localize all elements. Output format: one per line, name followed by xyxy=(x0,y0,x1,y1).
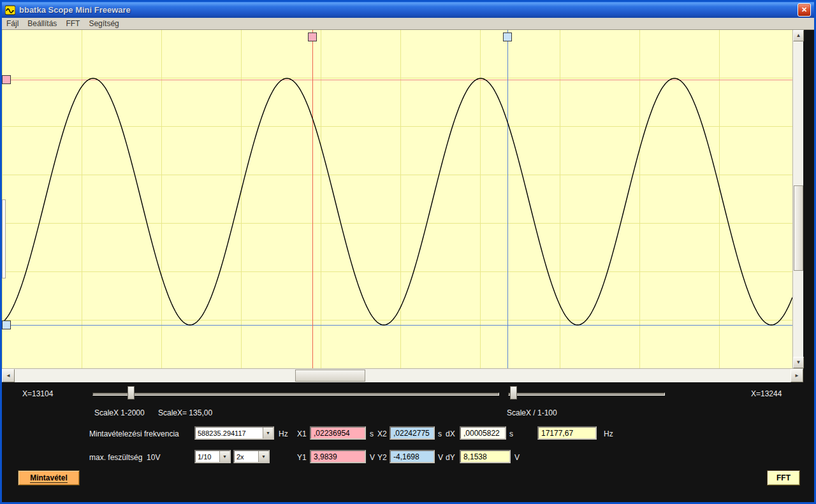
scalex-fine-trackbar[interactable] xyxy=(508,392,665,396)
arrow-left-icon: ◄ xyxy=(6,373,11,378)
y1-unit-label: V xyxy=(370,453,375,462)
scroll-down-button[interactable]: ▼ xyxy=(793,357,804,368)
x2-unit-label: s xyxy=(438,429,442,438)
y1-label: Y1 xyxy=(297,453,307,462)
menu-item-beallitas[interactable]: Beállítás xyxy=(23,18,61,29)
arrow-right-icon: ► xyxy=(794,373,799,378)
y1-field[interactable]: 3,9839 xyxy=(310,450,366,463)
close-icon: ✕ xyxy=(801,6,807,14)
fft-button-label: FFT xyxy=(776,473,790,482)
sample-button-label: Mintavétel xyxy=(30,473,68,483)
chevron-down-icon: ▼ xyxy=(266,431,270,435)
scalex-trackbar[interactable] xyxy=(92,392,499,396)
y2-unit-label: V xyxy=(438,453,443,462)
scalex-trackbar-thumb[interactable] xyxy=(127,386,135,400)
sample-freq-unit-label: Hz xyxy=(279,429,288,438)
x2-field[interactable]: ,02242775 xyxy=(390,426,435,440)
y2-label: Y2 xyxy=(377,453,387,462)
scalex-fine-label: ScaleX / 1-100 xyxy=(507,408,557,417)
scalex-value-label: ScaleX= 135,00 xyxy=(158,408,212,417)
x1-field[interactable]: ,02236954 xyxy=(310,426,366,440)
y2-field[interactable]: -4,1698 xyxy=(390,450,435,463)
scalex-fine-trackbar-thumb[interactable] xyxy=(510,386,517,400)
horizontal-scrollbar[interactable]: ◄ ► xyxy=(2,368,803,382)
divider-dropdown-button[interactable]: ▼ xyxy=(219,451,229,462)
gain-combo[interactable]: 2x ▼ xyxy=(233,450,270,463)
scope-plot[interactable] xyxy=(2,30,792,368)
control-panel: X=13104 X=13244 ScaleX 1-2000 ScaleX= 13… xyxy=(2,382,814,502)
arrow-down-icon: ▼ xyxy=(796,360,801,365)
scalex-range-label: ScaleX 1-2000 xyxy=(94,408,145,417)
cursor-y1-handle[interactable] xyxy=(2,75,11,84)
menu-item-segitseg[interactable]: Segítség xyxy=(84,18,123,29)
menubar: Fájl Beállítás FFT Segítség xyxy=(2,18,814,30)
titlebar: bbatka Scope Mini Freeware ✕ xyxy=(2,2,814,18)
x2-label: X2 xyxy=(377,429,387,438)
cursor-x2-handle[interactable] xyxy=(503,32,512,41)
vertical-scrollbar[interactable]: ▲ ▼ xyxy=(792,30,803,368)
x-min-label: X=13104 xyxy=(22,389,53,398)
divider-value: 1/10 xyxy=(196,451,219,462)
menu-item-fajl[interactable]: Fájl xyxy=(2,18,23,29)
chevron-down-icon: ▼ xyxy=(222,454,227,459)
client-area: ▲ ▼ ◄ ► X=13104 X=13244 ScaleX 1-2000 Sc… xyxy=(2,30,814,502)
scroll-up-button[interactable]: ▲ xyxy=(793,30,804,41)
scroll-left-button[interactable]: ◄ xyxy=(2,369,15,382)
sample-freq-label: Mintavételezési frekvencia xyxy=(89,429,179,438)
cursor-x1-handle[interactable] xyxy=(308,32,317,41)
app-window: bbatka Scope Mini Freeware ✕ Fájl Beállí… xyxy=(0,0,816,504)
chevron-down-icon: ▼ xyxy=(261,454,266,459)
sample-freq-value: 588235.294117 xyxy=(196,428,263,438)
x1-unit-label: s xyxy=(370,429,374,438)
left-scroll-thumb[interactable] xyxy=(2,199,6,278)
hscroll-thumb[interactable] xyxy=(295,370,365,382)
x1-label: X1 xyxy=(297,429,307,438)
x-max-label: X=13244 xyxy=(751,389,782,398)
gain-value: 2x xyxy=(235,451,258,462)
close-button[interactable]: ✕ xyxy=(798,3,811,17)
fft-button[interactable]: FFT xyxy=(767,470,800,486)
dx-field[interactable]: ,00005822 xyxy=(460,426,506,440)
dx-unit-label: s xyxy=(509,429,513,438)
max-voltage-label: max. feszültség 10V xyxy=(89,453,160,462)
freq-result-unit-label: Hz xyxy=(604,429,613,438)
divider-combo[interactable]: 1/10 ▼ xyxy=(194,450,231,463)
sample-freq-dropdown-button[interactable]: ▼ xyxy=(263,428,273,438)
dx-label: dX xyxy=(446,429,455,438)
freq-result-field[interactable]: 17177,67 xyxy=(537,426,597,440)
sample-button[interactable]: Mintavétel xyxy=(18,470,80,486)
waveform-svg xyxy=(2,30,792,368)
dy-unit-label: V xyxy=(514,453,520,462)
gain-dropdown-button[interactable]: ▼ xyxy=(258,451,268,462)
window-title: bbatka Scope Mini Freeware xyxy=(19,5,798,15)
dy-field[interactable]: 8,1538 xyxy=(460,450,511,463)
dy-label: dY xyxy=(446,453,455,462)
menu-item-fft[interactable]: FFT xyxy=(61,18,84,29)
app-icon xyxy=(5,5,15,15)
vscroll-thumb[interactable] xyxy=(794,185,803,271)
arrow-up-icon: ▲ xyxy=(796,33,801,38)
cursor-y2-handle[interactable] xyxy=(2,320,11,329)
scroll-right-button[interactable]: ► xyxy=(790,369,803,382)
wave-trace xyxy=(2,78,792,325)
sample-freq-combo[interactable]: 588235.294117 ▼ xyxy=(194,426,274,440)
